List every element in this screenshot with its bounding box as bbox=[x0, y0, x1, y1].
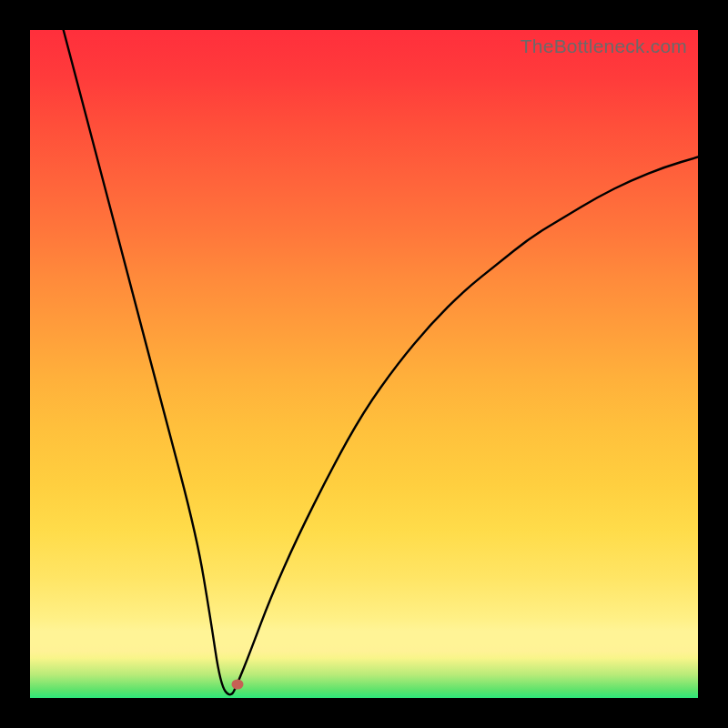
bottleneck-curve-path bbox=[64, 30, 698, 694]
bottleneck-curve-svg bbox=[30, 30, 698, 698]
chart-frame: TheBottleneck.com bbox=[0, 0, 728, 728]
optimum-marker bbox=[231, 680, 243, 690]
plot-area: TheBottleneck.com bbox=[30, 30, 698, 698]
